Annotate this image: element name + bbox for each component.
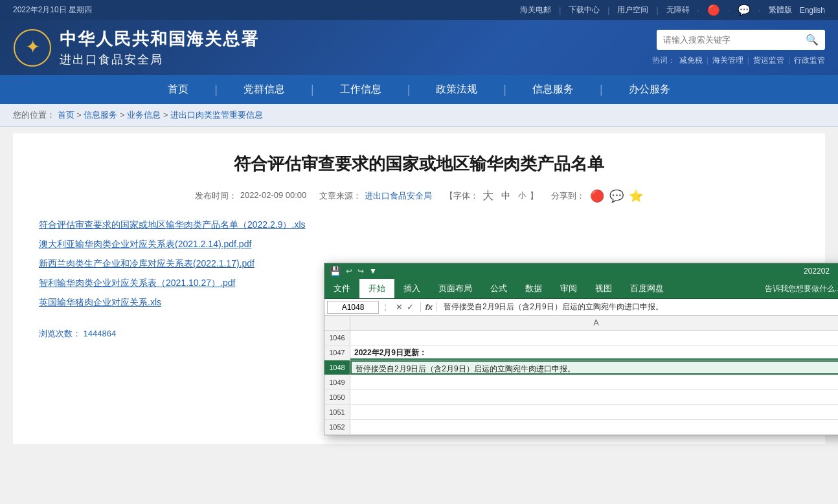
excel-tab-insert[interactable]: 插入 [394, 279, 429, 298]
file-link-2[interactable]: 澳大利亚输华肉类企业对应关系表(2021.2.14).pdf.pdf [39, 239, 251, 249]
logo-area: ✦ 中华人民共和国海关总署 进出口食品安全局 [13, 28, 259, 67]
formula-bar: : ✕ ✓ fx 暂停接受自2月9日后（含2月9日）启运的立陶宛牛肉进口申报。 [324, 299, 838, 316]
excel-tab-baidu[interactable]: 百度网盘 [621, 279, 673, 298]
share-area: 分享到： 🔴 💬 ⭐ [551, 189, 643, 203]
hot-link-2[interactable]: 海关管理 [712, 55, 743, 66]
cell-1052-a[interactable] [350, 420, 838, 434]
excel-tab-file[interactable]: 文件 [324, 279, 359, 298]
table-row: 1046 [324, 331, 838, 345]
search-box[interactable]: 🔍 [657, 30, 825, 50]
excel-tab-review[interactable]: 审阅 [551, 279, 586, 298]
hot-links: 热词： 减免税 | 海关管理 | 货运监管 | 行政监管 [652, 55, 825, 66]
date-display: 2022年2月10日 星期四 [13, 5, 92, 16]
header: ✦ 中华人民共和国海关总署 进出口食品安全局 🔍 热词： 减免税 | 海关管理 … [0, 20, 838, 75]
nav-policy[interactable]: 政策法规 [410, 75, 503, 104]
link-english[interactable]: English [800, 6, 825, 15]
table-row: 1050 [324, 390, 838, 405]
link-email[interactable]: 海关电邮 [520, 5, 551, 16]
font-medium[interactable]: 中 [501, 190, 510, 202]
font-small[interactable]: 小 [518, 190, 526, 201]
breadcrumb-home[interactable]: 首页 [58, 110, 74, 120]
cell-1049-a[interactable] [350, 375, 838, 389]
table-row: 1052 [324, 420, 838, 435]
row-num-1047: 1047 [324, 345, 350, 360]
list-item: 符合评估审查要求的国家或地区输华肉类产品名单（2022.2.9）.xls [39, 219, 799, 231]
table-row: 1049 [324, 375, 838, 390]
header-right: 🔍 热词： 减免税 | 海关管理 | 货运监管 | 行政监管 [652, 30, 825, 66]
font-size-control: 【字体： 大 中 小 】 [445, 188, 538, 203]
fx-label: fx [420, 302, 437, 312]
wechat-icon[interactable]: 💬 [738, 4, 751, 16]
formula-cancel-icon[interactable]: ✕ [396, 302, 403, 312]
search-button[interactable]: 🔍 [799, 30, 825, 50]
link-traditional[interactable]: 繁體版 [769, 5, 792, 16]
breadcrumb-label: 您的位置： [13, 110, 55, 120]
breadcrumb-info[interactable]: 信息服务 [84, 110, 117, 120]
table-row: 1051 [324, 405, 838, 420]
link-user-space[interactable]: 用户空间 [617, 5, 648, 16]
excel-tab-layout[interactable]: 页面布局 [429, 279, 481, 298]
share-favorite[interactable]: ⭐ [629, 189, 643, 203]
excel-title-bar: 💾 ↩ ↪ ▼ 202202 [324, 263, 838, 279]
excel-toolbar-sep: ▼ [369, 267, 377, 276]
share-weibo[interactable]: 🔴 [590, 189, 604, 203]
main-content: 符合评估审查要求的国家或地区输华肉类产品名单 发布时间： 2022-02-09 … [13, 133, 825, 444]
view-count-value: 1444864 [84, 329, 117, 338]
nav-work[interactable]: 工作信息 [314, 75, 407, 104]
excel-undo-icon[interactable]: ↩ [346, 267, 352, 276]
name-box[interactable] [327, 301, 379, 314]
nav-home[interactable]: 首页 [142, 75, 214, 104]
col-header-a: A [350, 316, 838, 330]
excel-redo-icon[interactable]: ↪ [357, 267, 364, 276]
spreadsheet: A 1046 1047 2022年2月9日更新： 1048 暂停接受自2月9日后… [324, 316, 838, 435]
font-large[interactable]: 大 [482, 188, 493, 203]
title-sub: 进出口食品安全局 [60, 52, 259, 67]
excel-save-icon[interactable]: 💾 [330, 266, 341, 276]
top-bar: 2022年2月10日 星期四 海关电邮 | 下载中心 | 用户空间 | 无障碍 … [0, 0, 838, 20]
list-item: 澳大利亚输华肉类企业对应关系表(2021.2.14).pdf.pdf [39, 239, 799, 250]
breadcrumb-business[interactable]: 业务信息 [127, 110, 161, 120]
excel-tab-data[interactable]: 数据 [516, 279, 551, 298]
breadcrumb-current: 进出口肉类监管重要信息 [170, 110, 263, 120]
hot-link-1[interactable]: 减免税 [679, 55, 703, 66]
col-header-row: A [324, 316, 838, 331]
weibo-icon[interactable]: 🔴 [707, 4, 720, 16]
excel-tab-home[interactable]: 开始 [359, 279, 394, 298]
formula-confirm-icon[interactable]: ✓ [407, 302, 414, 312]
cell-1051-a[interactable] [350, 405, 838, 419]
row-num-1051: 1051 [324, 405, 350, 419]
row-num-1048: 1048 [324, 360, 350, 375]
link-download[interactable]: 下载中心 [569, 5, 600, 16]
search-input[interactable] [657, 31, 799, 49]
svg-text:✦: ✦ [25, 37, 40, 57]
cell-1048-a[interactable]: 暂停接受自2月9日后（含2月9日）启运的立陶宛牛肉进口申报。 [350, 360, 838, 375]
logo-text: 中华人民共和国海关总署 进出口食品安全局 [60, 28, 259, 67]
nav-office[interactable]: 办公服务 [603, 75, 696, 104]
source: 文章来源： 进出口食品安全局 [319, 190, 432, 202]
cell-1047-a[interactable]: 2022年2月9日更新： [350, 345, 838, 360]
file-link-4[interactable]: 智利输华肉类企业对应关系表（2021.10.27）.pdf [39, 278, 235, 288]
excel-filename: 202202 [804, 267, 830, 276]
excel-tab-formula[interactable]: 公式 [481, 279, 516, 298]
table-row: 1048 暂停接受自2月9日后（含2月9日）启运的立陶宛牛肉进口申报。 [324, 360, 838, 375]
excel-tab-view[interactable]: 视图 [586, 279, 621, 298]
view-count-label: 浏览次数： [39, 329, 81, 338]
file-link-5[interactable]: 英国输华猪肉企业对应关系.xls [39, 297, 161, 307]
link-accessibility[interactable]: 无障碍 [666, 5, 690, 16]
formula-content: 暂停接受自2月9日后（含2月9日）启运的立陶宛牛肉进口申报。 [440, 300, 838, 314]
excel-tell-input[interactable]: 告诉我您想要做什么... [758, 279, 838, 298]
row-num-1046: 1046 [324, 331, 350, 345]
row-num-1050: 1050 [324, 390, 350, 404]
hot-link-4[interactable]: 行政监管 [794, 55, 825, 66]
cell-1050-a[interactable] [350, 390, 838, 404]
cell-1046-a[interactable] [350, 331, 838, 345]
nav-bar: 首页 | 党群信息 | 工作信息 | 政策法规 | 信息服务 | 办公服务 [0, 75, 838, 104]
title-main: 中华人民共和国海关总署 [60, 28, 259, 50]
share-wechat[interactable]: 💬 [609, 189, 624, 203]
nav-party[interactable]: 党群信息 [218, 75, 311, 104]
hot-link-3[interactable]: 货运监管 [753, 55, 784, 66]
file-link-1[interactable]: 符合评估审查要求的国家或地区输华肉类产品名单（2022.2.9）.xls [39, 219, 306, 230]
publish-time: 发布时间： 2022-02-09 00:00 [195, 190, 307, 202]
file-link-3[interactable]: 新西兰肉类生产企业和冷库对应关系表(2022.1.17).pdf [39, 258, 255, 268]
nav-info[interactable]: 信息服务 [506, 75, 600, 104]
